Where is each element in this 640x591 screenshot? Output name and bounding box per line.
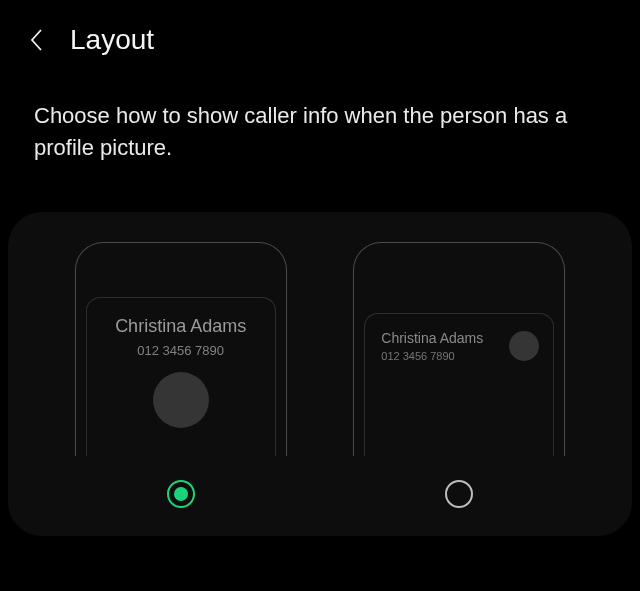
layout-option-centered[interactable]: Christina Adams 012 3456 7890 bbox=[75, 242, 287, 508]
caller-name: Christina Adams bbox=[381, 330, 483, 346]
layout-options-panel: Christina Adams 012 3456 7890 Christina … bbox=[8, 212, 632, 536]
avatar-icon bbox=[153, 372, 209, 428]
caller-number: 012 3456 7890 bbox=[381, 350, 483, 362]
radio-selected[interactable] bbox=[167, 480, 195, 508]
call-card-compact: Christina Adams 012 3456 7890 bbox=[364, 313, 554, 456]
radio-unselected[interactable] bbox=[445, 480, 473, 508]
back-button[interactable] bbox=[24, 27, 50, 53]
caller-number: 012 3456 7890 bbox=[137, 343, 224, 358]
layout-option-compact[interactable]: Christina Adams 012 3456 7890 bbox=[353, 242, 565, 508]
layout-options: Christina Adams 012 3456 7890 Christina … bbox=[8, 242, 632, 508]
radio-dot-icon bbox=[174, 487, 188, 501]
header: Layout bbox=[0, 0, 640, 66]
page-title: Layout bbox=[70, 24, 154, 56]
caller-name: Christina Adams bbox=[115, 316, 246, 337]
avatar-icon bbox=[509, 331, 539, 361]
phone-preview-centered: Christina Adams 012 3456 7890 bbox=[75, 242, 287, 456]
description-text: Choose how to show caller info when the … bbox=[0, 66, 640, 164]
phone-preview-compact: Christina Adams 012 3456 7890 bbox=[353, 242, 565, 456]
chevron-left-icon bbox=[28, 27, 46, 53]
call-card-centered: Christina Adams 012 3456 7890 bbox=[86, 297, 276, 456]
